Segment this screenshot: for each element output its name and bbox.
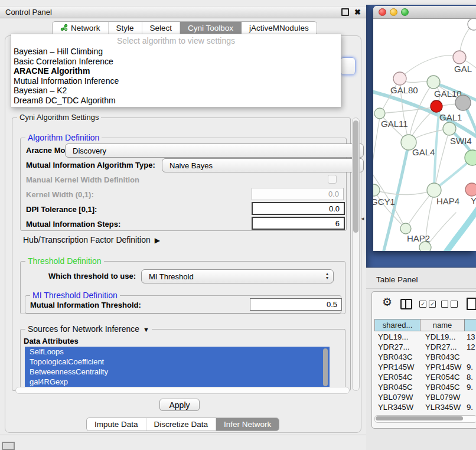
table-cell: YER054C (420, 373, 465, 381)
table-cell: 8. (465, 373, 476, 381)
node-selected-red[interactable] (431, 100, 442, 112)
algorithm-option[interactable]: Mutual Information Inference (11, 76, 341, 86)
which-threshold-select[interactable]: MI Threshold ▴▾ (141, 269, 334, 283)
tab-cyni-toolbox[interactable]: Cyni Toolbox (180, 22, 242, 34)
bottom-left-button[interactable] (2, 442, 15, 450)
table-row[interactable]: YER054CYER054C8. (374, 372, 476, 382)
algorithm-option[interactable]: Basic Correlation Inference (11, 57, 341, 67)
table-cell: YDR27... (420, 343, 465, 351)
zoom-traffic-light-icon[interactable] (401, 8, 409, 16)
table-cell: YPR145W (374, 363, 420, 371)
tab-style[interactable]: Style (109, 22, 142, 34)
apply-button[interactable]: Apply (159, 399, 200, 411)
settings-vertical-scrollbar[interactable] (352, 118, 360, 391)
manual-kernel-checkbox[interactable] (328, 175, 337, 184)
gear-icon[interactable]: ⚙ (382, 296, 392, 308)
hub-definition-toggle[interactable]: Hub/Transcription Factor Definition▶ (23, 235, 160, 244)
checked-box-icon: ✓ (419, 301, 426, 308)
kernel-width-field[interactable] (252, 188, 344, 200)
node-gal-right[interactable] (453, 51, 466, 64)
columns-icon[interactable] (400, 299, 412, 309)
node-gal11[interactable] (374, 108, 385, 119)
node-swi4[interactable] (465, 150, 476, 165)
mi-threshold-field[interactable] (250, 298, 342, 311)
tab-label: Infer Network (224, 420, 271, 429)
table-row[interactable]: YDR27...YDR27...12 (374, 342, 476, 352)
settings-vertical-scrollbar-thumb[interactable] (353, 120, 358, 233)
select-all-columns-icon[interactable]: ✓ ✓ (419, 301, 436, 308)
network-edge (406, 191, 433, 229)
data-attributes-list: SelfLoopsTopologicalCoefficientBetweenne… (25, 347, 330, 389)
document-icon[interactable] (467, 298, 476, 310)
table-row[interactable]: YBL079WYBL079W (374, 392, 476, 402)
algorithm-option[interactable]: Dream8 DC_TDC Algorithm (11, 96, 341, 106)
table-row[interactable]: YLR345WYLR345W9. (374, 402, 476, 412)
attributes-scrollbar[interactable] (323, 348, 328, 386)
node-salmon[interactable] (465, 183, 476, 196)
tab-infer-network[interactable]: Infer Network (216, 418, 279, 431)
network-node-label: GCY1 (373, 197, 395, 207)
aracne-mode-select[interactable]: Discovery ▴▾ (65, 144, 364, 158)
algorithm-option[interactable]: Bayesian – Hill Climbing (11, 47, 341, 57)
close-traffic-light-icon[interactable] (379, 8, 386, 16)
table-row[interactable]: YBR043CYBR043C (374, 352, 476, 362)
node-gcy1[interactable] (373, 184, 380, 196)
stepper-arrows-icon: ▴▾ (326, 272, 328, 280)
network-node-label: HAP4 (436, 196, 459, 206)
column-header-shared-name[interactable]: shared... (374, 319, 420, 331)
column-header-clipped[interactable] (465, 319, 476, 331)
tab-select[interactable]: Select (142, 22, 181, 34)
mi-steps-field[interactable] (252, 217, 345, 230)
node-gal1[interactable] (443, 122, 456, 135)
algorithm-option[interactable]: ARACNE Algorithm (11, 66, 341, 76)
sources-toggle[interactable]: Sources for Network Inference▼ (25, 324, 152, 334)
deselect-all-columns-icon[interactable] (441, 301, 458, 308)
tab-impute-data[interactable]: Impute Data (87, 418, 146, 431)
data-attribute-item[interactable]: TopologicalCoefficient (25, 357, 330, 367)
table-header: shared... name (374, 319, 476, 331)
table-cell: YDL19... (374, 332, 420, 341)
table-row[interactable]: YBR045CYBR045C9. (374, 382, 476, 392)
table-horizontal-scrollbar[interactable] (374, 415, 476, 423)
node-bottom[interactable] (419, 242, 431, 251)
table-cell: 12 (465, 343, 476, 351)
settings-horizontal-scrollbar[interactable] (15, 387, 350, 394)
float-window-icon[interactable] (341, 8, 349, 16)
sources-group: Sources for Network Inference▼ Data Attr… (20, 329, 345, 390)
algorithm-combo-fragment[interactable] (340, 57, 356, 75)
table-row[interactable]: YIL052CYIL052C9 (374, 412, 476, 415)
tab-network[interactable]: Network (53, 22, 109, 34)
node-hap4[interactable] (427, 183, 441, 197)
which-threshold-label: Which threshold to use: (48, 272, 136, 281)
node-gal80[interactable] (393, 72, 406, 85)
network-node-label: GAL11 (381, 119, 408, 129)
algorithm-dropdown-placeholder: Select algorithm to view settings (11, 35, 341, 47)
table-row[interactable]: YDL19...YDL19...13 (374, 332, 476, 342)
tab-label: jActiveMNodules (249, 24, 309, 32)
mi-type-select[interactable]: Naive Bayes ▴▾ (162, 158, 364, 172)
network-edge (444, 207, 476, 251)
node-gal10[interactable] (427, 76, 440, 89)
network-window-titlebar[interactable] (373, 6, 476, 19)
minimize-traffic-light-icon[interactable] (390, 8, 397, 16)
data-attribute-item[interactable]: gal4RGexp (25, 377, 330, 387)
algorithm-option[interactable]: Bayesian – K2 (11, 86, 341, 96)
network-node-label: SWI4 (450, 136, 472, 146)
screen: Control Panel ✖ NetworkStyleSelectCyni T… (0, 0, 476, 450)
panel-splitter-handle[interactable]: ◄ (360, 216, 365, 221)
column-header-name[interactable]: name (420, 319, 465, 331)
tab-discretize-data[interactable]: Discretize Data (146, 418, 217, 431)
node-hap2[interactable] (400, 223, 411, 234)
table-cell: YLR345W (374, 403, 420, 412)
data-attribute-item[interactable]: SelfLoops (25, 347, 330, 357)
table-horizontal-scrollbar-thumb[interactable] (376, 416, 463, 420)
close-icon[interactable]: ✖ (354, 8, 361, 16)
tab-jactivemnodules[interactable]: jActiveMNodules (242, 22, 317, 34)
network-view[interactable]: GALGAL80GAL10GAL1GAL11SWI4GAL4GCY1HAP4YH… (373, 19, 476, 251)
table-row[interactable]: YPR145WYPR145W9. (374, 362, 476, 372)
network-node-label: GAL (454, 64, 472, 74)
node-gray[interactable] (455, 95, 471, 110)
data-attribute-item[interactable]: BetweennessCentrality (25, 367, 330, 377)
dpi-tolerance-field[interactable] (252, 202, 345, 215)
threshold-definition-title: Threshold Definition (25, 256, 104, 266)
